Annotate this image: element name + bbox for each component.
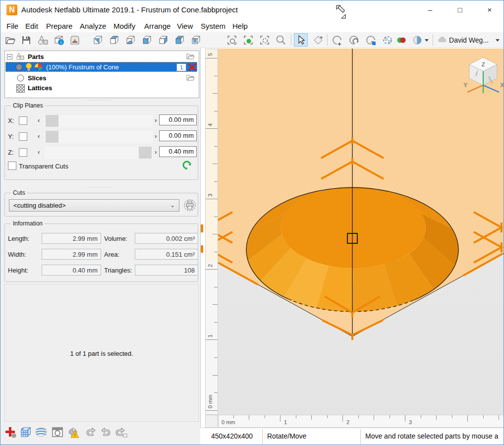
cuts-dropdown[interactable]: <cutting disabled> ⌄ [9, 199, 179, 212]
snapshot-button[interactable] [51, 425, 64, 440]
svg-text:!: ! [74, 433, 76, 438]
minimize-button[interactable]: – [419, 0, 442, 19]
view-isometric-button[interactable] [91, 33, 105, 47]
clip-x-slider[interactable] [45, 114, 153, 127]
clip-y-value[interactable]: 0.00 mm [159, 130, 197, 141]
tree-row-parts[interactable]: Parts [5, 52, 198, 61]
clip-y-right-arrow[interactable]: › [155, 132, 157, 140]
menu-analyze[interactable]: Analyze [78, 21, 108, 31]
splitter-handle[interactable]: ·········· [80, 98, 119, 103]
export-slices-icon[interactable] [183, 199, 196, 212]
svg-text:i: i [60, 40, 61, 45]
clip-z-checkbox[interactable] [19, 148, 27, 157]
add-part-shapes-button[interactable] [36, 33, 50, 47]
tree-row-slices[interactable]: Slices [5, 73, 198, 83]
clip-y-checkbox[interactable] [19, 132, 27, 141]
ruler-minor-tick [311, 415, 312, 420]
move-part-button[interactable] [330, 33, 344, 47]
redo-button[interactable] [99, 425, 113, 440]
lattice-button[interactable] [19, 425, 33, 440]
ruler-minor-tick [214, 357, 218, 358]
splitter-handle[interactable]: ·········· [80, 185, 119, 190]
ruler-minor-tick [213, 234, 218, 234]
parts-label: Parts [28, 53, 44, 60]
title-bar[interactable]: N Autodesk Netfabb Ultimate 2019.1 - Fru… [0, 0, 504, 19]
open-folder-icon[interactable] [186, 74, 195, 81]
zoom-to-parts-button[interactable] [241, 33, 255, 47]
scale-part-button[interactable]: G [364, 33, 378, 47]
transparent-cuts-checkbox[interactable] [8, 162, 16, 170]
transparent-cuts-label: Transparent Cuts [19, 163, 68, 170]
cloud-account-icon[interactable] [436, 33, 449, 47]
repair-warning-button[interactable]: ! [66, 425, 80, 440]
menu-arrange[interactable]: Arrange [142, 21, 172, 31]
collapse-icon[interactable] [7, 54, 12, 59]
area-value: 0.151 cm² [135, 249, 198, 260]
menu-prepare[interactable]: Prepare [44, 21, 74, 31]
close-button[interactable]: × [478, 0, 501, 19]
shading-mode-button[interactable] [410, 33, 424, 47]
open-folder-icon[interactable] [186, 53, 195, 60]
lasso-select-button[interactable] [381, 33, 394, 47]
toggle-part-colors-button[interactable] [394, 33, 408, 47]
navcube-z-label: Z [482, 61, 485, 67]
new-part-button[interactable] [3, 425, 17, 440]
zoom-to-all-button[interactable] [225, 33, 239, 47]
ruler-major-tick [280, 415, 280, 422]
maximize-button[interactable]: □ [448, 0, 471, 19]
widget-overflow-mark [201, 224, 203, 232]
shading-dropdown-caret[interactable] [423, 33, 431, 47]
account-dropdown-caret[interactable] [494, 33, 502, 47]
view-front-button[interactable] [172, 33, 186, 47]
view-bottom-button[interactable] [123, 33, 137, 47]
view-back-button[interactable] [189, 33, 203, 47]
hint-status: Move and rotate selected parts by mouse … [365, 432, 498, 440]
part-color-icon[interactable] [35, 63, 42, 71]
chevron-down-icon: ⌄ [170, 202, 175, 209]
part-status-icon[interactable] [15, 63, 23, 71]
clip-x-right-arrow[interactable]: › [155, 116, 157, 124]
menu-system[interactable]: System [199, 21, 227, 31]
open-project-button[interactable] [3, 33, 17, 47]
undo-button[interactable] [84, 425, 98, 440]
clip-x-value[interactable]: 0.00 mm [159, 114, 197, 125]
tree-row-selected-part[interactable]: (100%) Frustrum of Cone 1 [5, 62, 197, 72]
clip-x-left-arrow[interactable]: ‹ [38, 116, 40, 124]
ruler-minor-tick [483, 415, 484, 418]
clip-y-slider[interactable] [45, 130, 153, 143]
select-tool-button[interactable] [294, 33, 308, 47]
viewport-3d[interactable]: Z LEFT RIGHT Y X [218, 49, 504, 415]
rotate-part-button[interactable] [347, 33, 361, 47]
menu-help[interactable]: Help [230, 21, 250, 31]
view-top-button[interactable] [107, 33, 121, 47]
horizontal-ruler: 0 mm123 [218, 415, 504, 428]
clip-z-left-arrow[interactable]: ‹ [38, 148, 40, 156]
visibility-bulb-icon[interactable] [25, 63, 32, 71]
slice-stack-button[interactable] [34, 425, 48, 440]
clip-x-checkbox[interactable] [19, 116, 27, 125]
clip-z-right-arrow[interactable]: › [155, 148, 157, 156]
clip-z-slider[interactable] [45, 146, 153, 159]
zoom-to-selection-button[interactable] [258, 33, 272, 47]
zoom-tool-button[interactable] [274, 33, 288, 47]
clip-y-left-arrow[interactable]: ‹ [38, 132, 40, 140]
main-toolbar: i G Da [0, 32, 504, 48]
machine-workspace-button[interactable] [68, 33, 82, 47]
view-right-button[interactable] [156, 33, 170, 47]
rotate-view-tool-button[interactable] [311, 33, 325, 47]
part-info-button[interactable]: i [52, 33, 66, 47]
toolbar-separator [433, 34, 433, 46]
menu-edit[interactable]: Edit [23, 21, 40, 31]
account-name[interactable]: David Weg... [448, 33, 489, 47]
save-project-button[interactable] [19, 33, 33, 47]
delete-part-icon[interactable] [188, 63, 196, 71]
menu-file[interactable]: File [4, 21, 20, 31]
menu-view[interactable]: View [175, 21, 195, 31]
view-left-button[interactable] [140, 33, 154, 47]
tree-row-lattices[interactable]: Lattices [5, 83, 198, 93]
refresh-cuts-icon[interactable] [181, 160, 192, 170]
ruler-major-tick [206, 339, 218, 340]
redo-platform-button[interactable] [114, 425, 128, 440]
menu-modify[interactable]: Modify [112, 21, 137, 31]
clip-z-value[interactable]: 0.40 mm [159, 146, 197, 157]
